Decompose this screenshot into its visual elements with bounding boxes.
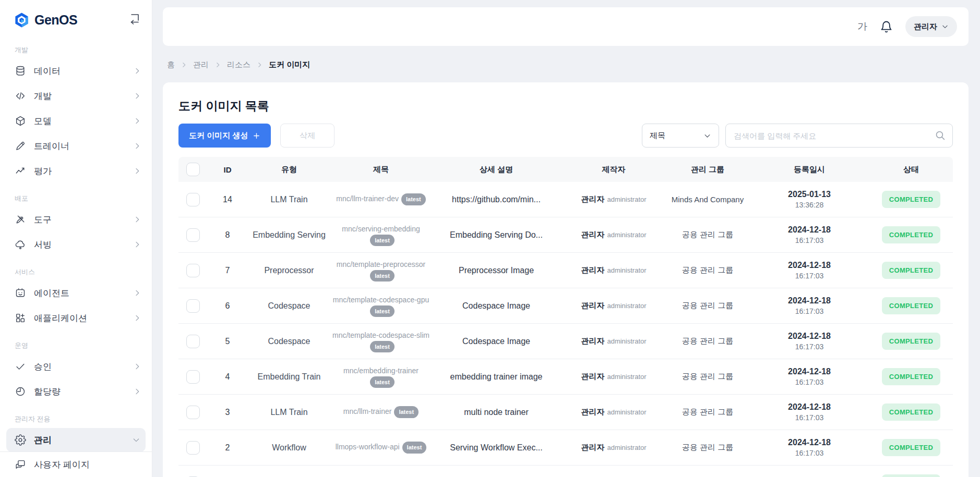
user-menu-button[interactable]: 관리자 bbox=[905, 16, 957, 37]
row-checkbox[interactable] bbox=[186, 193, 200, 206]
image-title-text: llmops-workflow-api bbox=[336, 443, 400, 451]
latest-tag-badge: latest bbox=[370, 341, 395, 353]
latest-tag-badge: latest bbox=[370, 305, 395, 317]
sidebar-item-model[interactable]: 모델 bbox=[0, 109, 152, 133]
cell-type: Codespace bbox=[247, 301, 331, 311]
table-row[interactable]: 4 Embedding Train mnc/embedding-trainerl… bbox=[178, 359, 953, 395]
search-field-select[interactable]: 제목 bbox=[642, 124, 719, 148]
table-row[interactable]: 6 Codespace mnc/template-codespace-gpula… bbox=[178, 288, 953, 324]
latest-tag-badge: latest bbox=[402, 442, 427, 454]
table-row[interactable]: 2024-12-18 COMPLETED bbox=[178, 466, 953, 477]
cell-creator: 관리자 administrator bbox=[561, 265, 666, 275]
row-checkbox[interactable] bbox=[186, 299, 200, 313]
sidebar-collapse-icon[interactable] bbox=[128, 13, 141, 26]
quota-icon bbox=[15, 386, 26, 397]
create-docker-image-button[interactable]: 도커 이미지 생성 bbox=[178, 124, 271, 148]
creator-username: administrator bbox=[607, 266, 646, 274]
sidebar-item-trainer[interactable]: 트레이너 bbox=[0, 134, 152, 158]
cell-title: mnc/llm-trainerlatest bbox=[343, 400, 419, 424]
status-badge: COMPLETED bbox=[882, 297, 940, 314]
table-body: 14 LLM Train mnc/llm-trainer-devlatest h… bbox=[178, 182, 953, 477]
table-row[interactable]: 2 Workflow llmops-workflow-apilatest Ser… bbox=[178, 430, 953, 466]
row-checkbox[interactable] bbox=[186, 335, 200, 348]
sidebar-item-code[interactable]: 개발 bbox=[0, 84, 152, 108]
chevron-right-icon bbox=[214, 62, 221, 68]
sidebar-item-check[interactable]: 승인 bbox=[0, 354, 152, 378]
row-checkbox[interactable] bbox=[186, 370, 200, 384]
creator-name: 관리자 bbox=[581, 301, 604, 311]
cell-registered-at: 2024-12-18 16:17:03 bbox=[749, 366, 869, 388]
sidebar-item-gear[interactable]: 관리 bbox=[6, 428, 146, 452]
column-header: 상태 bbox=[869, 165, 953, 175]
sidebar-footer: 사용자 페이지 bbox=[0, 451, 152, 477]
creator-username: administrator bbox=[607, 444, 646, 451]
table-row[interactable]: 7 Preprocessor mnc/template-preprocessor… bbox=[178, 253, 953, 288]
search-input[interactable] bbox=[725, 124, 953, 148]
breadcrumb-resources[interactable]: 리소스 bbox=[227, 60, 250, 70]
breadcrumb: 홈 관리 리소스 도커 이미지 bbox=[167, 59, 969, 70]
cell-title: mnc/llm-trainer-devlatest bbox=[336, 187, 426, 212]
cell-description: Codespace Image bbox=[431, 301, 561, 311]
row-checkbox[interactable] bbox=[186, 264, 200, 277]
sidebar-item-label: 도구 bbox=[34, 214, 52, 226]
cell-group: 공용 관리 그룹 bbox=[666, 265, 749, 275]
plus-icon bbox=[253, 132, 260, 140]
row-checkbox-cell bbox=[178, 370, 208, 384]
cell-type: Codespace bbox=[247, 337, 331, 346]
apps-icon bbox=[15, 312, 26, 324]
table-row[interactable]: 3 LLM Train mnc/llm-trainerlatest multi … bbox=[178, 395, 953, 430]
status-badge: COMPLETED bbox=[882, 333, 940, 350]
registered-time: 16:17:03 bbox=[795, 307, 824, 317]
breadcrumb-admin[interactable]: 관리 bbox=[193, 60, 209, 70]
registered-time: 16:17:03 bbox=[795, 377, 824, 388]
row-checkbox-cell bbox=[178, 264, 208, 277]
language-toggle-button[interactable]: 가 bbox=[857, 20, 867, 33]
status-badge: COMPLETED bbox=[882, 439, 940, 456]
sidebar-item-label: 애플리케이션 bbox=[34, 312, 87, 324]
cell-id: 5 bbox=[208, 337, 247, 346]
chart-icon bbox=[15, 165, 26, 177]
status-badge: COMPLETED bbox=[882, 474, 940, 477]
status-badge: COMPLETED bbox=[882, 226, 940, 243]
notifications-button[interactable] bbox=[880, 20, 893, 33]
table-row[interactable]: 14 LLM Train mnc/llm-trainer-devlatest h… bbox=[178, 182, 953, 217]
row-checkbox[interactable] bbox=[186, 228, 200, 242]
column-header: 등록일시 bbox=[749, 165, 869, 175]
row-checkbox-cell bbox=[178, 228, 208, 242]
registered-time: 13:36:28 bbox=[795, 200, 824, 211]
delete-button[interactable]: 삭제 bbox=[280, 124, 334, 148]
search-icon[interactable] bbox=[935, 130, 946, 141]
sidebar-item-user-page[interactable]: 사용자 페이지 bbox=[0, 452, 152, 477]
genos-logo-icon bbox=[14, 12, 30, 28]
breadcrumb-home[interactable]: 홈 bbox=[167, 60, 175, 70]
cell-title: mnc/embedding-trainerlatest bbox=[331, 359, 431, 395]
sidebar-item-tools[interactable]: 도구 bbox=[0, 207, 152, 231]
row-checkbox[interactable] bbox=[186, 441, 200, 455]
cell-description: Serving Workflow Exec... bbox=[431, 443, 561, 452]
cell-title: llmops-workflow-apilatest bbox=[336, 435, 427, 460]
sidebar-item-chart[interactable]: 평가 bbox=[0, 159, 152, 183]
sidebar-item-label: 트레이너 bbox=[34, 140, 69, 152]
row-checkbox[interactable] bbox=[186, 406, 200, 419]
select-all-checkbox[interactable] bbox=[186, 163, 200, 176]
cell-title: mnc/template-codespace-gpulatest bbox=[331, 288, 431, 324]
table-row[interactable]: 5 Codespace mnc/template-codespace-sliml… bbox=[178, 324, 953, 359]
row-checkbox-cell bbox=[178, 335, 208, 348]
cell-registered-at: 2025-01-13 13:36:28 bbox=[749, 189, 869, 211]
sidebar-item-agent[interactable]: 에이전트 bbox=[0, 281, 152, 305]
creator-name: 관리자 bbox=[581, 407, 604, 417]
chevron-right-icon bbox=[133, 387, 141, 396]
chevron-right-icon bbox=[133, 215, 141, 224]
sidebar-item-cloud[interactable]: 서빙 bbox=[0, 233, 152, 256]
column-header: ID bbox=[208, 165, 247, 174]
sidebar-item-database[interactable]: 데이터 bbox=[0, 59, 152, 83]
sidebar-item-quota[interactable]: 할당량 bbox=[0, 380, 152, 403]
cell-registered-at: 2024-12-18 16:17:03 bbox=[749, 295, 869, 317]
image-title-text: mnc/serving-embedding bbox=[342, 225, 420, 233]
creator-username: administrator bbox=[607, 302, 646, 310]
table-row[interactable]: 8 Embedding Serving mnc/serving-embeddin… bbox=[178, 217, 953, 253]
sidebar-item-apps[interactable]: 애플리케이션 bbox=[0, 306, 152, 330]
code-icon bbox=[15, 90, 26, 102]
creator-username: administrator bbox=[607, 408, 646, 416]
creator-name: 관리자 bbox=[581, 336, 604, 346]
